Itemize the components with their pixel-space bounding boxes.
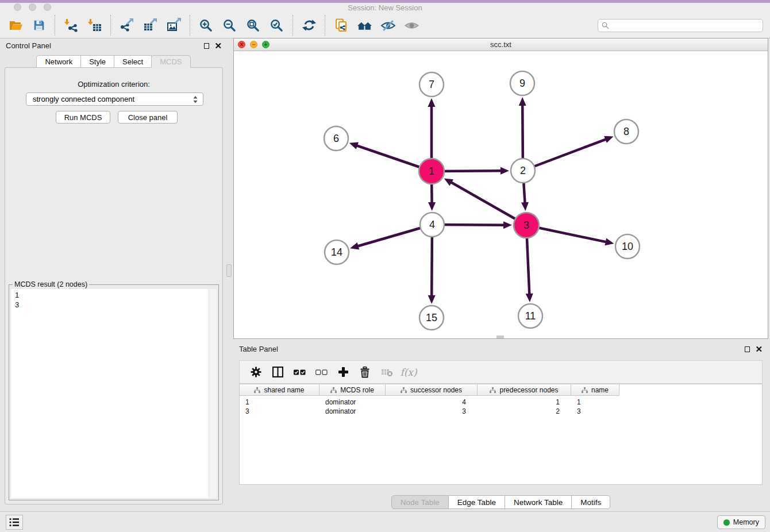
first-neighbors-button[interactable] <box>353 15 376 36</box>
zoom-out-button[interactable] <box>218 15 241 36</box>
float-panel-icon[interactable] <box>745 346 750 352</box>
zoom-window-button[interactable] <box>44 3 51 11</box>
network-graph[interactable]: 7968124314101511 <box>234 51 768 338</box>
table-cell[interactable]: 2 <box>478 407 571 416</box>
add-column-button[interactable] <box>332 363 354 381</box>
zoom-fit-button[interactable] <box>241 15 265 36</box>
run-mcds-button[interactable]: Run MCDS <box>56 111 110 124</box>
minimize-window-button[interactable] <box>29 3 36 11</box>
zoom-fit-icon <box>246 18 260 33</box>
table-cell[interactable]: 3 <box>386 407 478 416</box>
column-header-name[interactable]: name <box>571 384 619 396</box>
import-table-icon <box>87 18 102 33</box>
export-image-button[interactable] <box>162 15 186 36</box>
float-panel-icon[interactable] <box>204 43 209 49</box>
minimize-view-button[interactable]: – <box>250 41 257 48</box>
network-window-titlebar: × – + scc.txt <box>234 38 768 51</box>
zoom-selected-button[interactable] <box>265 15 288 36</box>
table-header-row: shared nameMCDS rolesuccessor nodesprede… <box>240 384 619 396</box>
column-header-predecessor-nodes[interactable]: predecessor nodes <box>478 384 571 396</box>
edge-arrow-2-3 <box>521 202 529 211</box>
table-toolbar: f(x) <box>239 360 763 384</box>
checked-boxes-icon <box>294 369 306 375</box>
window-titlebar: Session: New Session <box>0 3 770 13</box>
table-panel-header: Table Panel ✕ <box>233 342 768 357</box>
save-session-button[interactable] <box>27 15 51 36</box>
edge-arrow-2-8 <box>604 136 613 143</box>
result-scrollbar[interactable] <box>209 289 217 498</box>
column-header-shared-name[interactable]: shared name <box>240 384 319 396</box>
deselect-all-button[interactable] <box>310 363 332 381</box>
table-tab-edge-table[interactable]: Edge Table <box>449 495 505 509</box>
table-cell[interactable]: 3 <box>240 407 319 416</box>
apply-layout-button[interactable] <box>297 15 321 36</box>
edge-2-8[interactable] <box>523 139 606 171</box>
control-panel-tab-mcds[interactable]: MCDS <box>151 55 190 68</box>
import-table-button[interactable] <box>83 15 106 36</box>
open-session-button[interactable] <box>3 15 27 36</box>
table-settings-button[interactable] <box>245 363 267 381</box>
hide-selected-button[interactable] <box>376 15 400 36</box>
zoom-out-icon <box>222 18 237 33</box>
gear-icon <box>251 367 261 377</box>
table-cell[interactable]: 3 <box>571 407 619 416</box>
column-layout-button[interactable] <box>267 363 288 381</box>
table-row[interactable]: 3dominator323 <box>240 407 762 416</box>
close-view-button[interactable]: × <box>238 41 245 48</box>
table-cell[interactable]: 1 <box>571 398 619 407</box>
node-label-2: 2 <box>520 165 526 176</box>
houses-icon <box>357 18 372 33</box>
control-panel-tab-network[interactable]: Network <box>36 55 81 68</box>
search-input[interactable] <box>612 22 759 30</box>
export-network-button[interactable] <box>115 15 138 36</box>
mcds-result-text-area[interactable]: 1 3 <box>11 289 217 498</box>
table-type-tabs: Node TableEdge TableNetwork TableMotifs <box>233 495 768 509</box>
table-cell[interactable]: 4 <box>386 398 478 407</box>
plus-icon <box>338 367 348 377</box>
delete-table-icon <box>382 367 392 377</box>
table-tab-node-table[interactable]: Node Table <box>391 495 449 509</box>
table-row[interactable]: 1dominator411 <box>240 398 762 407</box>
memory-status-dot <box>723 519 730 526</box>
select-all-button[interactable] <box>288 363 310 381</box>
canvas-resize-handle[interactable] <box>496 336 504 338</box>
mcds-result-values: 1 3 <box>15 290 213 310</box>
table-tab-network-table[interactable]: Network Table <box>505 495 572 509</box>
edge-arrow-4-14 <box>350 242 359 249</box>
panel-splitter-handle[interactable] <box>226 264 232 277</box>
criterion-select[interactable]: strongly connected component <box>26 92 203 106</box>
task-history-button[interactable] <box>6 515 23 530</box>
import-network-icon <box>64 18 79 33</box>
zoom-in-button[interactable] <box>194 15 218 36</box>
open-folder-icon <box>8 18 23 33</box>
close-window-button[interactable] <box>14 3 21 11</box>
export-network-icon <box>120 18 134 33</box>
maximize-view-button[interactable]: + <box>262 41 270 48</box>
search-box[interactable] <box>598 19 763 32</box>
export-table-button[interactable] <box>138 15 162 36</box>
edge-arrow-1-2 <box>500 167 509 175</box>
unchecked-boxes-icon <box>315 369 328 375</box>
function-builder-button: f(x) <box>398 363 419 381</box>
control-panel-tab-select[interactable]: Select <box>114 55 152 68</box>
delete-column-button[interactable] <box>354 363 376 381</box>
import-network-button[interactable] <box>59 15 83 36</box>
edge-arrow-1-7 <box>428 98 436 107</box>
column-header-mcds-role[interactable]: MCDS role <box>319 384 386 396</box>
memory-button[interactable]: Memory <box>717 515 765 529</box>
table-cell[interactable]: dominator <box>319 407 386 416</box>
memory-label: Memory <box>733 518 759 526</box>
control-panel-tab-style[interactable]: Style <box>80 55 114 68</box>
close-panel-button[interactable]: Close panel <box>118 111 178 124</box>
table-panel-title: Table Panel <box>239 345 278 353</box>
table-tab-motifs[interactable]: Motifs <box>572 495 610 509</box>
column-header-successor-nodes[interactable]: successor nodes <box>386 384 478 396</box>
new-network-from-selection-button[interactable] <box>329 15 353 36</box>
table-cell[interactable]: dominator <box>319 398 386 407</box>
mcds-result-group: MCDS result (2 nodes) 1 3 <box>9 284 219 500</box>
table-cell[interactable]: 1 <box>240 398 319 407</box>
close-panel-icon[interactable]: ✕ <box>214 38 222 53</box>
zoom-selected-icon <box>270 18 284 33</box>
close-panel-icon[interactable]: ✕ <box>755 342 763 357</box>
table-cell[interactable]: 1 <box>478 398 571 407</box>
